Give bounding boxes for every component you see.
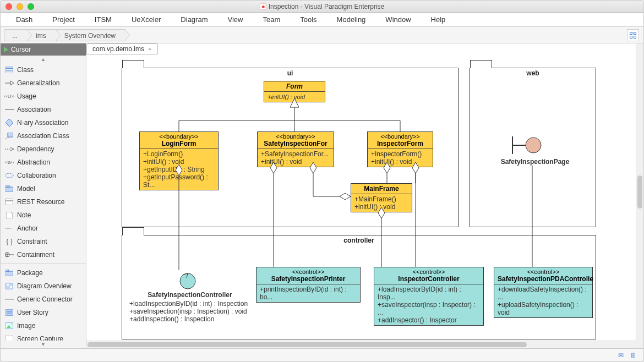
palette-item-diagram-overview[interactable]: Diagram Overview — [1, 279, 86, 293]
menu-diagram[interactable]: Diagram — [171, 13, 217, 26]
palette-item-model[interactable]: Model — [1, 182, 86, 195]
horizontal-scrollbar[interactable] — [86, 341, 636, 348]
palette-item-usage[interactable]: ‹‹U››Usage — [1, 90, 86, 103]
containment-icon — [5, 251, 14, 259]
rest-icon — [5, 198, 14, 206]
breadcrumb-root[interactable]: ... — [4, 29, 28, 41]
dependency-icon — [5, 145, 14, 153]
svg-point-32 — [11, 323, 13, 325]
palette-label: Note — [17, 211, 31, 219]
palette-label: Generic Connector — [17, 295, 73, 303]
palette-item-note[interactable]: Note — [1, 209, 86, 222]
palette-item-package[interactable]: Package — [1, 266, 86, 279]
menubar: Dash Project ITSM UeXceler Diagram View … — [1, 13, 643, 27]
anchor-icon — [5, 224, 14, 232]
palette-item-constraint[interactable]: { }Constraint — [1, 235, 86, 248]
generalization-icon — [5, 79, 14, 87]
palette-label: Image — [17, 322, 35, 330]
svg-rect-13 — [6, 199, 13, 205]
palette-item-collaboration[interactable]: Collaboration — [1, 169, 86, 182]
svg-marker-49 — [340, 193, 351, 200]
constraint-icon: { } — [5, 238, 14, 245]
palette-label: Association Class — [17, 132, 69, 140]
svg-marker-4 — [10, 81, 14, 85]
package-icon — [5, 269, 14, 277]
svg-rect-7 — [8, 133, 13, 137]
close-window-button[interactable] — [6, 3, 12, 10]
palette-label: Constraint — [17, 238, 47, 245]
usage-icon: ‹‹U›› — [5, 92, 14, 100]
palette-label: Containment — [17, 251, 54, 259]
menu-uexceler[interactable]: UeXceler — [122, 13, 171, 26]
notes-icon[interactable]: 🗎 — [630, 352, 637, 359]
menu-itsm[interactable]: ITSM — [85, 13, 122, 26]
diagram-tab[interactable]: com.vp.demo.ims⚬ — [86, 43, 158, 54]
svg-marker-48 — [412, 162, 419, 173]
vertical-scrollbar[interactable] — [636, 43, 643, 348]
tool-palette: Cursor ▲ Class Generalization ‹‹U››Usage… — [1, 43, 86, 348]
palette-item-rest-resource[interactable]: REST Resource — [1, 195, 86, 209]
menu-view[interactable]: View — [217, 13, 253, 26]
menu-help[interactable]: Help — [421, 13, 456, 26]
palette-item-generalization[interactable]: Generalization — [1, 76, 86, 90]
breadcrumb-bar: ... ims System Overview — [1, 27, 643, 43]
palette-item-generic-connector[interactable]: Generic Connector — [1, 293, 86, 306]
svg-rect-30 — [6, 322, 13, 329]
svg-rect-27 — [6, 309, 13, 316]
palette-item-dependency[interactable]: Dependency — [1, 142, 86, 156]
class-icon — [5, 66, 14, 74]
svg-rect-22 — [6, 270, 9, 271]
palette-label: Abstraction — [17, 158, 50, 166]
svg-marker-54 — [378, 207, 385, 218]
palette-item-anchor[interactable]: Anchor — [1, 222, 86, 235]
app-window: Inspection - Visual Paradigm Enterprise … — [0, 0, 644, 362]
switch-diagram-button[interactable] — [627, 29, 639, 41]
window-title: Inspection - Visual Paradigm Enterprise — [269, 3, 385, 10]
palette-item-nary-association[interactable]: N-ary Association — [1, 116, 86, 129]
breadcrumb-system-overview[interactable]: System Overview — [56, 29, 125, 41]
menu-team[interactable]: Team — [253, 13, 290, 26]
palette-item-user-story[interactable]: User Story — [1, 306, 86, 319]
menu-window[interactable]: Window — [375, 13, 421, 26]
assoc-class-icon — [5, 132, 14, 140]
svg-rect-0 — [6, 67, 13, 69]
palette-item-screen-capture[interactable]: Screen Capture — [1, 332, 86, 341]
palette-item-association[interactable]: Association — [1, 103, 86, 116]
menu-modeling[interactable]: Modeling — [327, 13, 376, 26]
svg-rect-25 — [10, 286, 12, 288]
maximize-window-button[interactable] — [28, 3, 34, 10]
menu-dash[interactable]: Dash — [6, 13, 42, 26]
palette-item-containment[interactable]: Containment — [1, 248, 86, 261]
statusbar: ✉ 🗎 — [1, 348, 643, 361]
palette-label: N-ary Association — [17, 119, 68, 127]
collaboration-icon — [5, 172, 14, 179]
svg-point-10 — [6, 173, 13, 178]
palette-label: Model — [17, 185, 35, 193]
diagram-canvas[interactable]: com.vp.demo.ims⚬ ui web controller — [86, 43, 643, 348]
menu-project[interactable]: Project — [42, 13, 84, 26]
cursor-icon — [4, 47, 8, 52]
palette-item-image[interactable]: Image — [1, 319, 86, 332]
diagram-connectors — [86, 43, 637, 348]
palette-item-abstraction[interactable]: ‹‹a››Abstraction — [1, 156, 86, 169]
mail-icon[interactable]: ✉ — [618, 352, 624, 359]
model-icon — [5, 185, 14, 193]
svg-marker-46 — [310, 162, 316, 173]
palette-divider — [1, 264, 86, 264]
palette-item-class[interactable]: Class — [1, 63, 86, 76]
palette-label: Dependency — [17, 145, 54, 153]
palette-scroll-down[interactable]: ▼ — [1, 341, 86, 348]
palette-label: Anchor — [17, 224, 38, 232]
menu-tools[interactable]: Tools — [290, 13, 326, 26]
palette-cursor-tool[interactable]: Cursor — [1, 43, 86, 56]
minimize-window-button[interactable] — [17, 3, 23, 10]
svg-marker-44 — [176, 164, 182, 175]
svg-rect-33 — [6, 336, 13, 341]
svg-marker-15 — [6, 212, 13, 218]
palette-label: Package — [17, 269, 43, 277]
svg-rect-11 — [6, 187, 13, 192]
palette-item-association-class[interactable]: Association Class — [1, 129, 86, 142]
diagram-overview-icon — [5, 282, 14, 290]
tab-search-icon: ⚬ — [148, 46, 152, 52]
palette-scroll-up[interactable]: ▲ — [1, 56, 86, 63]
